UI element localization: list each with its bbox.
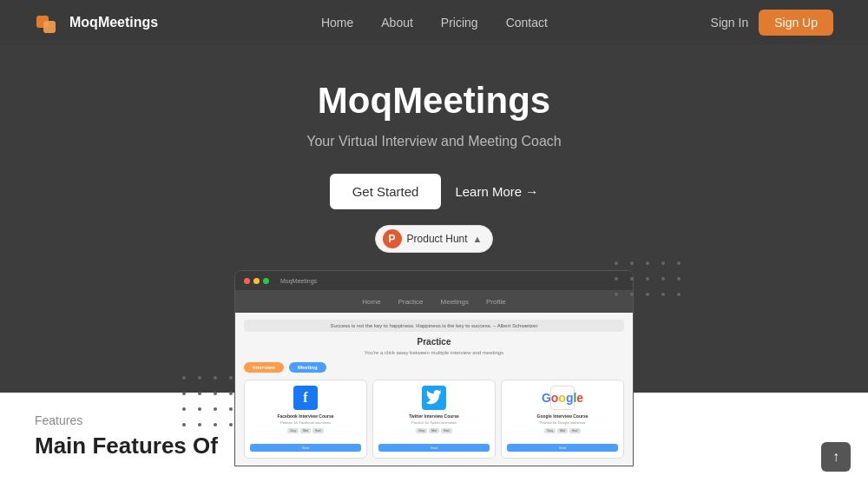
hero-screenshot: MoqMeetings Home Practice Meetings Profi… [234,270,634,466]
ss-nav-meetings: Meetings [441,298,469,306]
course-cards: f Facebook Interview Course Practice for… [244,380,624,459]
tw-tag-medium: Med [429,428,439,433]
fb-tag-easy: Easy [287,428,299,433]
tw-card-button[interactable]: Start [378,444,490,452]
tw-tag-hard: Hard [441,428,452,433]
gg-card-button[interactable]: Start [507,444,618,452]
fb-card-tags: Easy Med Hard [250,428,361,433]
fb-tag-medium: Med [300,428,311,433]
tab-interview: Interview [244,362,284,373]
fb-card-desc: Practice for Facebook interviews [250,420,361,425]
svg-rect-1 [43,21,56,33]
nav-contact[interactable]: Contact [506,16,548,30]
product-hunt-text: Product Hunt [407,233,468,245]
scroll-to-top-button[interactable]: ↑ [821,442,851,472]
screenshot-container: MoqMeetings Home Practice Meetings Profi… [234,270,634,466]
signup-button[interactable]: Sign Up [759,10,833,36]
window-controls [244,278,269,284]
tw-card-tags: Easy Med Hard [378,428,490,433]
logo-text: MoqMeetings [69,15,158,30]
gg-tag-easy: Easy [544,428,556,433]
tw-card-title: Twitter Interview Course [378,413,490,419]
screenshot-body: Success is not the key to happiness. Hap… [235,313,633,466]
dots-right [615,261,686,301]
scroll-up-icon: ↑ [832,449,839,465]
ss-nav-practice: Practice [398,298,424,306]
tab-meeting: Meeting [289,362,326,373]
navbar: MoqMeetings Home About Pricing Contact S… [0,0,868,45]
signin-button[interactable]: Sign In [711,16,749,30]
hero-title: MoqMeetings [318,80,550,122]
nav-actions: Sign In Sign Up [711,10,833,36]
close-dot [244,278,250,284]
gg-tag-medium: Med [557,428,568,433]
google-logo: Google [550,386,575,410]
nav-about[interactable]: About [381,16,413,30]
google-card: Google Google Interview Course Practice … [501,380,624,459]
screenshot-titlebar: MoqMeetings [235,271,633,290]
twitter-card: Twitter Interview Course Practice for Tw… [372,380,496,459]
logo-icon [35,9,62,36]
screenshot-title-text: MoqMeetings [280,278,317,284]
tw-card-desc: Practice for Twitter interviews [378,420,490,425]
maximize-dot [263,278,269,284]
facebook-card: f Facebook Interview Course Practice for… [244,380,367,459]
twitter-logo [422,386,446,410]
fb-card-button[interactable]: Start [250,444,361,452]
facebook-logo: f [293,386,318,410]
gg-card-tags: Easy Med Hard [507,428,618,433]
nav-pricing[interactable]: Pricing [441,16,478,30]
product-hunt-badge[interactable]: P Product Hunt ▲ [375,225,494,253]
dots-left [182,376,238,432]
practice-title: Practice [244,337,624,347]
gg-card-title: Google Interview Course [507,413,618,419]
nav-links: Home About Pricing Contact [321,15,548,30]
ss-nav-profile: Profile [486,298,506,306]
nav-home[interactable]: Home [321,16,353,30]
fb-card-title: Facebook Interview Course [250,413,361,419]
screenshot-navbar: Home Practice Meetings Profile [235,290,633,313]
ss-nav-home: Home [362,298,380,306]
get-started-button[interactable]: Get Started [330,174,442,209]
fb-tag-hard: Hard [312,428,324,433]
ss-tabs: Interview Meeting [244,362,624,373]
product-hunt-icon: P [383,229,402,248]
minimize-dot [253,278,260,284]
tw-tag-easy: Easy [416,428,427,433]
quote-bar: Success is not the key to happiness. Hap… [244,320,624,332]
hero-subtitle: Your Virtual Interview and Meeting Coach [306,134,562,149]
gg-tag-hard: Hard [569,428,581,433]
logo[interactable]: MoqMeetings [35,9,158,36]
hero-buttons: Get Started Learn More → [330,174,539,209]
product-hunt-arrow: ▲ [473,234,483,244]
practice-subtitle: You're a click away between multiple int… [244,350,624,355]
gg-card-desc: Practice for Google interviews [507,420,618,425]
learn-more-button[interactable]: Learn More → [455,184,538,199]
hero-section: MoqMeetings Your Virtual Interview and M… [0,45,868,393]
